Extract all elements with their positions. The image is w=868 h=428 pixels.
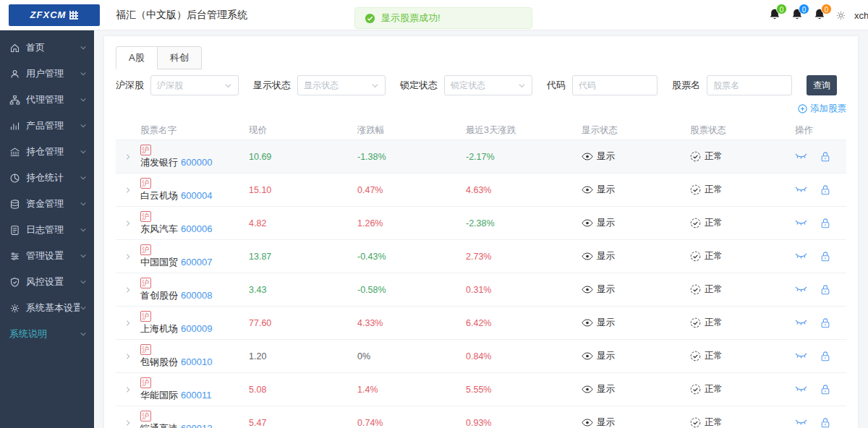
username-menu[interactable]: xchen	[854, 10, 868, 21]
hide-stock-button[interactable]	[795, 351, 807, 361]
hide-stock-button[interactable]	[795, 152, 807, 161]
table-row: 沪 华能国际600011 5.08 1.4% 5.55% 显示 正常	[116, 372, 846, 406]
sidebar-item-6[interactable]: 资金管理	[0, 191, 94, 217]
eye-closed-icon	[795, 385, 807, 394]
stock-code-link[interactable]: 600010	[181, 356, 212, 367]
sidebar-item-7[interactable]: 日志管理	[0, 217, 94, 243]
display-status-cell: 显示	[582, 250, 690, 262]
stock-code-link[interactable]: 600008	[181, 290, 212, 301]
sidebar-item-9[interactable]: 风控设置	[0, 269, 94, 295]
eye-closed-icon	[795, 152, 807, 161]
expand-row-button[interactable]	[116, 419, 140, 427]
notification-bell-button[interactable]: 0	[791, 7, 805, 23]
stock-code-link[interactable]: 600009	[181, 323, 212, 334]
stock-code-link[interactable]: 600011	[181, 390, 211, 401]
display-status-select[interactable]: 显示状态	[297, 75, 386, 95]
notification-bell-button[interactable]: 0	[813, 7, 827, 23]
tab-star-market[interactable]: 科创	[158, 46, 202, 69]
stock-code-link[interactable]: 600000	[181, 157, 212, 168]
eye-icon	[582, 286, 593, 294]
lock-stock-button[interactable]	[820, 317, 830, 329]
add-stock-button[interactable]: 添加股票	[798, 103, 846, 115]
change-3day-percent: -2.38%	[466, 218, 582, 228]
hide-stock-button[interactable]	[795, 385, 807, 394]
stock-name-cell: 沪 白云机场600004	[140, 178, 249, 202]
eye-closed-icon	[795, 418, 807, 427]
stockname-input[interactable]	[707, 75, 792, 95]
sidebar-item-0[interactable]: 首页	[0, 35, 94, 61]
current-price: 15.10	[249, 185, 357, 195]
lock-stock-button[interactable]	[820, 151, 830, 163]
row-actions	[795, 284, 846, 296]
eye-closed-icon	[795, 185, 807, 194]
table-row: 沪 白云机场600004 15.10 0.47% 4.63% 显示 正常	[116, 173, 846, 206]
expand-row-button[interactable]	[116, 286, 140, 294]
expand-row-button[interactable]	[116, 386, 140, 393]
lock-stock-button[interactable]	[820, 417, 830, 428]
expand-row-button[interactable]	[116, 320, 140, 327]
sidebar-item-4[interactable]: 持仓管理	[0, 139, 94, 165]
lock-icon	[820, 184, 830, 196]
lock-stock-button[interactable]	[820, 184, 830, 196]
check-circle-dashed-icon	[690, 317, 701, 328]
expand-row-button[interactable]	[116, 153, 140, 160]
expand-row-button[interactable]	[116, 220, 140, 227]
query-button[interactable]: 查询	[807, 75, 837, 95]
lock-icon	[820, 417, 830, 428]
stock-code-link[interactable]: 600006	[181, 223, 212, 234]
check-circle-icon	[365, 13, 375, 24]
display-status-cell: 显示	[582, 150, 690, 163]
change-percent: 0%	[357, 351, 466, 361]
sidebar-item-2[interactable]: 代理管理	[0, 87, 94, 113]
sidebar-item-label: 持仓统计	[26, 171, 80, 184]
chevron-down-icon	[80, 278, 87, 286]
lock-status-select[interactable]: 锁定状态	[444, 75, 532, 95]
chevron-down-icon	[80, 70, 87, 77]
col-stock-status: 股票状态	[690, 124, 795, 137]
hide-stock-button[interactable]	[795, 285, 807, 294]
settings-gear-button[interactable]	[835, 10, 846, 21]
hide-stock-button[interactable]	[795, 185, 807, 194]
change-percent: 0.47%	[357, 185, 466, 195]
shanghai-market-badge: 沪	[140, 344, 151, 355]
hide-stock-button[interactable]	[795, 218, 807, 228]
expand-row-button[interactable]	[116, 253, 140, 260]
lock-stock-button[interactable]	[820, 351, 830, 362]
stock-code-link[interactable]: 600012	[181, 423, 212, 428]
expand-row-button[interactable]	[116, 187, 140, 194]
sidebar-item-5[interactable]: 持仓统计	[0, 165, 94, 191]
stock-name: 白云机场	[140, 190, 178, 201]
notification-bell-button[interactable]: 0	[768, 7, 783, 23]
sidebar-item-3[interactable]: 产品管理	[0, 113, 94, 139]
market-select[interactable]: 沪深股	[150, 75, 239, 95]
stock-code-link[interactable]: 600004	[181, 190, 212, 201]
sidebar-item-10[interactable]: 系统基本设置	[0, 295, 94, 321]
lock-stock-button[interactable]	[820, 284, 830, 296]
lock-stock-button[interactable]	[820, 384, 830, 395]
hide-stock-button[interactable]	[795, 318, 807, 328]
expand-row-button[interactable]	[116, 353, 140, 360]
change-percent: -0.58%	[357, 285, 466, 295]
sidebar-item-11[interactable]: 系统说明	[0, 321, 94, 347]
chart-icon	[9, 121, 20, 132]
table-row: 沪 中国国贸600007 13.87 -0.43% 2.73% 显示 正常	[116, 239, 846, 273]
hide-stock-button[interactable]	[795, 252, 807, 261]
sidebar-item-1[interactable]: 用户管理	[0, 61, 94, 87]
hide-stock-button[interactable]	[795, 418, 807, 427]
chevron-down-icon	[80, 148, 87, 155]
tab-a-shares[interactable]: A股	[116, 46, 158, 69]
current-price: 77.60	[249, 318, 357, 328]
lock-stock-button[interactable]	[820, 251, 830, 262]
change-3day-percent: 0.84%	[466, 351, 582, 361]
market-tabs: A股 科创	[116, 46, 202, 69]
logo-grid-mark	[69, 11, 78, 20]
stock-name: 皖通高速	[140, 423, 178, 428]
stock-code-link[interactable]: 600007	[181, 257, 212, 268]
table-row: 沪 上海机场600009 77.60 4.33% 6.42% 显示 正常	[116, 306, 846, 339]
code-input[interactable]	[572, 75, 658, 95]
change-percent: -0.43%	[357, 252, 466, 262]
lock-stock-button[interactable]	[820, 218, 830, 229]
toast-message: 显示股票成功!	[381, 12, 441, 25]
sidebar-item-8[interactable]: 管理设置	[0, 243, 94, 269]
col-display-status: 显示状态	[582, 124, 690, 137]
